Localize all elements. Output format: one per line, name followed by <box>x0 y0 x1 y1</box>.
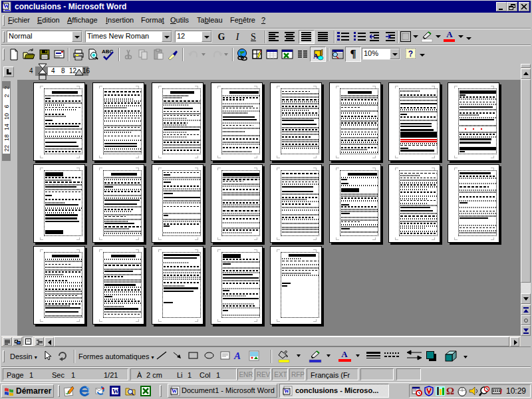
svg-text:W: W <box>284 388 289 394</box>
svg-text:W: W <box>3 3 9 9</box>
svg-text:A: A <box>313 52 319 60</box>
svg-text:i: i <box>500 387 503 395</box>
svg-text:W: W <box>172 388 177 394</box>
svg-text:W: W <box>112 388 119 395</box>
